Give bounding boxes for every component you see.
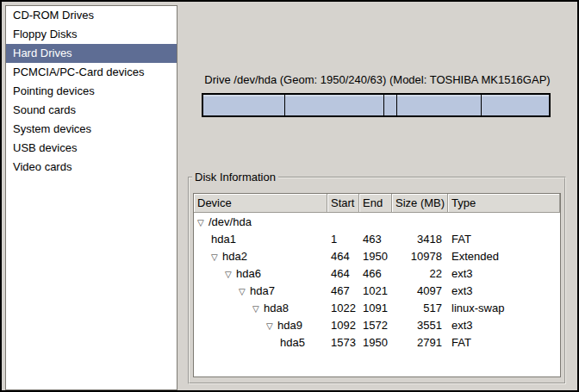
cell-type: ext3 <box>448 316 560 333</box>
expander-open-icon[interactable]: ▽ <box>225 270 236 279</box>
cell-device: ▽hda8 <box>194 299 327 316</box>
table-row[interactable]: ▽hda646446622ext3 <box>194 264 560 282</box>
device-label: hda5 <box>280 336 305 349</box>
sidebar-item-usb-devices[interactable]: USB devices <box>6 139 177 158</box>
cell-type: ext3 <box>448 282 560 299</box>
partition-bar <box>202 93 551 117</box>
expander-open-icon[interactable]: ▽ <box>211 252 222 262</box>
cell-type: Extended <box>448 247 560 264</box>
disk-table: Device Start End Size (MB) Type ▽/dev/hd… <box>193 193 561 377</box>
device-label: hda2 <box>222 250 247 263</box>
disk-information-label: Disk Information <box>192 171 278 184</box>
cell-device: ▽/dev/hda <box>194 213 327 230</box>
cell-size: 4097 <box>392 282 448 299</box>
cell-device: ▽hda9 <box>194 316 327 333</box>
table-row[interactable]: ▽/dev/hda <box>194 213 560 230</box>
drive-title: Drive /dev/hda (Geom: 1950/240/63) (Mode… <box>188 73 567 86</box>
expander-open-icon[interactable]: ▽ <box>266 321 277 331</box>
sidebar-item-sound-cards[interactable]: Sound cards <box>6 101 177 120</box>
device-label: hda8 <box>264 302 289 314</box>
header-end[interactable]: End <box>359 194 392 213</box>
hardware-browser-window: CD-ROM DrivesFloppy DisksHard DrivesPCMC… <box>0 0 579 392</box>
sidebar-item-video-cards[interactable]: Video cards <box>6 158 177 177</box>
table-row[interactable]: hda114633418FAT <box>194 230 560 247</box>
cell-end: 1572 <box>359 316 392 333</box>
disk-table-header: Device Start End Size (MB) Type <box>194 194 560 213</box>
table-row[interactable]: ▽hda746710214097ext3 <box>194 282 560 299</box>
cell-type: FAT <box>448 333 560 351</box>
device-label: hda7 <box>250 284 275 297</box>
cell-start: 467 <box>327 282 359 299</box>
cell-start: 1022 <box>327 299 359 316</box>
partition-segment-hda9 <box>397 95 482 115</box>
header-start[interactable]: Start <box>327 194 359 213</box>
sidebar-item-pcmcia-pc-card-devices[interactable]: PCMCIA/PC-Card devices <box>6 63 177 82</box>
sidebar-item-system-devices[interactable]: System devices <box>6 120 177 139</box>
cell-device: ▽hda7 <box>194 282 327 299</box>
header-type[interactable]: Type <box>448 194 560 213</box>
device-label: hda6 <box>236 267 261 280</box>
device-label: hda9 <box>277 319 302 332</box>
cell-end: 1950 <box>359 333 392 351</box>
table-row[interactable]: ▽hda2464195010978Extended <box>194 247 560 264</box>
cell-device: hda5 <box>194 333 327 351</box>
cell-end: 1950 <box>359 247 392 264</box>
cell-device: ▽hda2 <box>194 247 327 264</box>
cell-start: 1 <box>327 230 359 247</box>
header-device[interactable]: Device <box>194 194 327 213</box>
sidebar-item-hard-drives[interactable]: Hard Drives <box>6 44 177 63</box>
cell-start: 1092 <box>327 316 359 333</box>
disk-table-body: ▽/dev/hdahda114633418FAT▽hda246419501097… <box>194 213 560 376</box>
cell-type: linux-swap <box>448 299 560 316</box>
cell-type: FAT <box>448 230 560 247</box>
table-row[interactable]: ▽hda810221091517linux-swap <box>194 299 560 316</box>
cell-end: 463 <box>359 230 392 247</box>
cell-start: 464 <box>327 264 359 282</box>
table-row[interactable]: hda5157319502791FAT <box>194 333 560 351</box>
cell-device: hda1 <box>194 230 327 247</box>
cell-start: 1573 <box>327 333 359 351</box>
device-label: hda1 <box>211 233 236 246</box>
cell-size: 10978 <box>392 247 448 264</box>
partition-segment-hda7 <box>285 95 384 115</box>
expander-open-icon[interactable]: ▽ <box>197 218 209 227</box>
cell-end: 466 <box>359 264 392 282</box>
cell-end: 1091 <box>359 299 392 316</box>
cell-size: 2791 <box>392 333 448 351</box>
header-size[interactable]: Size (MB) <box>392 194 448 213</box>
cell-start: 464 <box>327 247 359 264</box>
cell-size: 517 <box>392 299 448 316</box>
partition-segment-hda1 <box>203 95 285 115</box>
sidebar-item-pointing-devices[interactable]: Pointing devices <box>6 82 177 101</box>
sidebar-item-cd-rom-drives[interactable]: CD-ROM Drives <box>6 6 177 25</box>
partition-segment-hda5 <box>482 95 549 115</box>
cell-end <box>359 213 392 230</box>
cell-type: ext3 <box>448 264 560 282</box>
cell-device: ▽hda6 <box>194 264 327 282</box>
cell-size: 3551 <box>392 316 448 333</box>
sidebar-item-floppy-disks[interactable]: Floppy Disks <box>6 25 177 44</box>
cell-size <box>392 213 448 230</box>
cell-size: 22 <box>392 264 448 282</box>
expander-open-icon[interactable]: ▽ <box>252 304 264 314</box>
partition-segment-hda8 <box>384 95 396 115</box>
disk-information-frame: Disk Information Device Start End Size (… <box>188 171 566 384</box>
sidebar-list: CD-ROM DrivesFloppy DisksHard DrivesPCMC… <box>5 5 177 390</box>
cell-type <box>448 213 560 230</box>
expander-open-icon[interactable]: ▽ <box>239 287 250 296</box>
cell-size: 3418 <box>392 230 448 247</box>
cell-end: 1021 <box>359 282 392 299</box>
table-row[interactable]: ▽hda9109215723551ext3 <box>194 316 560 333</box>
cell-start <box>327 213 359 230</box>
device-label: /dev/hda <box>209 215 252 228</box>
